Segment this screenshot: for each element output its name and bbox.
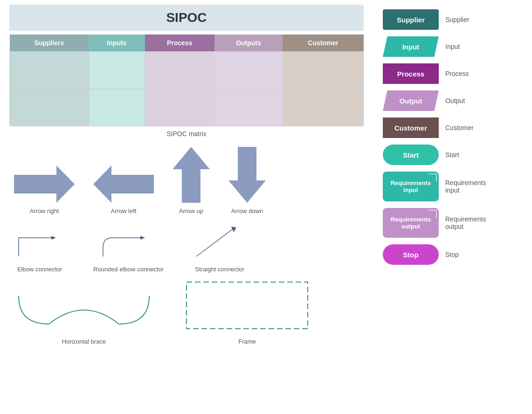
straight-connector-item: Straight connector bbox=[192, 224, 248, 273]
arrow-left-shape bbox=[93, 166, 154, 203]
th-outputs: Outputs bbox=[214, 34, 283, 52]
legend-req-output-text: Requirements output bbox=[445, 215, 486, 230]
arrow-left-label: Arrow left bbox=[111, 207, 137, 214]
legend-process-shape: Process bbox=[383, 63, 439, 84]
legend-process-text: Process bbox=[445, 70, 469, 77]
straight-connector-svg bbox=[192, 224, 248, 261]
legend-process-label: Process bbox=[397, 70, 424, 78]
td-customer-1 bbox=[283, 52, 363, 89]
td-process-1 bbox=[145, 52, 214, 89]
arrow-down-shape bbox=[228, 147, 266, 203]
frame-item: Frame bbox=[182, 277, 312, 345]
legend-row-supplier: Supplier Supplier bbox=[383, 9, 523, 30]
th-process: Process bbox=[145, 34, 214, 52]
arrow-up-item: Arrow up bbox=[173, 147, 210, 214]
rounded-elbow-connector-label: Rounded elbow connector bbox=[93, 266, 164, 273]
td-outputs-2 bbox=[214, 89, 283, 126]
th-suppliers: Suppliers bbox=[10, 34, 89, 52]
legend-customer-text: Customer bbox=[445, 124, 474, 131]
td-inputs-2 bbox=[89, 89, 145, 126]
connectors-section: Elbow connector Rounded elbow connector … bbox=[14, 224, 364, 273]
frame-label: Frame bbox=[238, 338, 256, 345]
arrow-left-item: Arrow left bbox=[93, 166, 154, 214]
legend-customer-shape: Customer bbox=[383, 117, 439, 138]
th-inputs: Inputs bbox=[89, 34, 145, 52]
legend-input-shape: Input bbox=[383, 36, 439, 57]
straight-connector-label: Straight connector bbox=[195, 266, 244, 273]
legend-output-text: Output bbox=[445, 97, 465, 104]
left-panel: SIPOC Suppliers Inputs Process Outputs C… bbox=[9, 5, 364, 345]
legend-supplier-label: Supplier bbox=[397, 16, 425, 24]
legend-input-label: Input bbox=[402, 43, 420, 51]
legend-customer-label: Customer bbox=[394, 124, 427, 132]
bottom-section: Horizontal brace Frame bbox=[14, 277, 364, 345]
sipoc-table: Suppliers Inputs Process Outputs Custome… bbox=[9, 34, 364, 126]
legend-output-label: Output bbox=[399, 97, 422, 105]
legend-stop-label: Stop bbox=[403, 251, 418, 259]
legend-req-output-label: Requirements output bbox=[391, 216, 431, 230]
legend-row-input: Input Input bbox=[383, 36, 523, 57]
legend-start-label: Start bbox=[403, 151, 419, 159]
arrow-down-label: Arrow down bbox=[231, 207, 263, 214]
legend-supplier-shape: Supplier bbox=[383, 9, 439, 30]
legend-row-req-output: Requirements output Requirements output bbox=[383, 208, 523, 238]
rounded-elbow-connector-item: Rounded elbow connector bbox=[93, 224, 164, 273]
sipoc-title: SIPOC bbox=[9, 5, 364, 31]
arrow-right-shape bbox=[14, 166, 75, 203]
legend-stop-shape: Stop bbox=[383, 244, 439, 265]
svg-line-4 bbox=[196, 228, 234, 256]
matrix-caption: SIPOC matrix bbox=[9, 130, 364, 138]
legend-output-shape: Output bbox=[383, 90, 439, 111]
td-customer-2 bbox=[283, 89, 363, 126]
legend-row-process: Process Process bbox=[383, 63, 523, 84]
arrow-down-item: Arrow down bbox=[228, 147, 266, 214]
arrow-up-label: Arrow up bbox=[179, 207, 203, 214]
legend-req-input-label: Requirements input bbox=[391, 179, 431, 193]
arrow-right-label: Arrow right bbox=[30, 207, 59, 214]
td-suppliers-1 bbox=[10, 52, 89, 89]
rounded-elbow-connector-svg bbox=[98, 224, 159, 261]
legend-supplier-text: Supplier bbox=[445, 16, 469, 23]
td-outputs-1 bbox=[214, 52, 283, 89]
svg-marker-2 bbox=[51, 236, 56, 240]
arrows-section: Arrow right Arrow left Arrow up Arrow do… bbox=[14, 147, 364, 214]
td-process-2 bbox=[145, 89, 214, 126]
td-suppliers-2 bbox=[10, 89, 89, 126]
th-customer: Customer bbox=[283, 34, 363, 52]
td-inputs-1 bbox=[89, 52, 145, 89]
legend-req-output-shape: Requirements output bbox=[383, 208, 439, 238]
elbow-connector-label: Elbow connector bbox=[17, 266, 62, 273]
right-panel: Supplier Supplier Input Input Process Pr… bbox=[383, 9, 523, 265]
elbow-connector-svg bbox=[14, 224, 65, 261]
horizontal-brace-label: Horizontal brace bbox=[62, 338, 106, 345]
horizontal-brace-item: Horizontal brace bbox=[14, 287, 154, 345]
arrow-right-item: Arrow right bbox=[14, 166, 75, 214]
horizontal-brace-svg bbox=[14, 287, 154, 333]
legend-req-input-shape: Requirements input bbox=[383, 172, 439, 201]
legend-row-req-input: Requirements input Requirements input bbox=[383, 172, 523, 201]
svg-marker-3 bbox=[140, 236, 145, 240]
frame-svg bbox=[182, 277, 312, 333]
elbow-connector-item: Elbow connector bbox=[14, 224, 65, 273]
legend-input-text: Input bbox=[445, 43, 460, 50]
legend-start-text: Start bbox=[445, 151, 459, 159]
legend-stop-text: Stop bbox=[445, 251, 459, 258]
legend-row-stop: Stop Stop bbox=[383, 244, 523, 265]
svg-rect-6 bbox=[187, 282, 308, 329]
arrow-up-shape bbox=[173, 147, 210, 203]
legend-row-start: Start Start bbox=[383, 145, 523, 165]
legend-row-output: Output Output bbox=[383, 90, 523, 111]
legend-start-shape: Start bbox=[383, 145, 439, 165]
legend-req-input-text: Requirements input bbox=[445, 179, 486, 194]
legend-row-customer: Customer Customer bbox=[383, 117, 523, 138]
